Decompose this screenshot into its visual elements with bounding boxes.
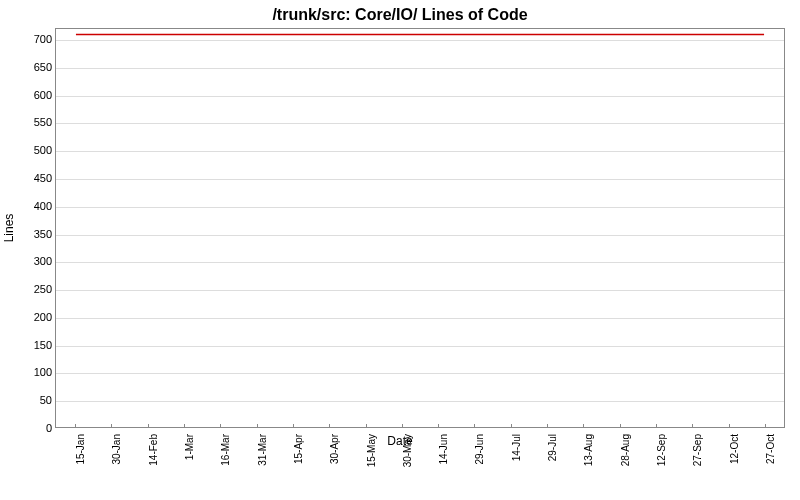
x-tick-mark bbox=[692, 424, 693, 428]
x-tick-mark bbox=[547, 424, 548, 428]
y-tick-label: 250 bbox=[8, 283, 52, 295]
x-tick-mark bbox=[438, 424, 439, 428]
x-tick-mark bbox=[75, 424, 76, 428]
y-tick-label: 600 bbox=[8, 89, 52, 101]
y-tick-label: 400 bbox=[8, 200, 52, 212]
x-tick-mark bbox=[511, 424, 512, 428]
y-tick-label: 50 bbox=[8, 394, 52, 406]
x-tick-mark bbox=[402, 424, 403, 428]
x-tick-mark bbox=[620, 424, 621, 428]
x-tick-mark bbox=[111, 424, 112, 428]
y-tick-label: 350 bbox=[8, 228, 52, 240]
x-tick-mark bbox=[148, 424, 149, 428]
y-tick-label: 650 bbox=[8, 61, 52, 73]
plot-area bbox=[55, 28, 785, 428]
x-tick-mark bbox=[474, 424, 475, 428]
x-tick-mark bbox=[184, 424, 185, 428]
y-tick-label: 300 bbox=[8, 255, 52, 267]
y-tick-label: 450 bbox=[8, 172, 52, 184]
x-tick-mark bbox=[656, 424, 657, 428]
x-tick-mark bbox=[765, 424, 766, 428]
x-tick-mark bbox=[293, 424, 294, 428]
y-tick-label: 200 bbox=[8, 311, 52, 323]
chart-title: /trunk/src: Core/IO/ Lines of Code bbox=[0, 0, 800, 24]
loc-chart: /trunk/src: Core/IO/ Lines of Code Lines… bbox=[0, 0, 800, 500]
x-tick-mark bbox=[329, 424, 330, 428]
y-tick-label: 500 bbox=[8, 144, 52, 156]
y-tick-label: 100 bbox=[8, 366, 52, 378]
x-ticks: 15-Jan30-Jan14-Feb1-Mar16-Mar31-Mar15-Ap… bbox=[55, 428, 785, 488]
y-tick-label: 150 bbox=[8, 339, 52, 351]
x-tick-label: 27-Oct bbox=[765, 434, 800, 464]
x-tick-mark bbox=[583, 424, 584, 428]
x-tick-mark bbox=[257, 424, 258, 428]
x-tick-mark bbox=[729, 424, 730, 428]
x-tick-mark bbox=[220, 424, 221, 428]
y-tick-label: 0 bbox=[8, 422, 52, 434]
x-tick-mark bbox=[366, 424, 367, 428]
y-tick-label: 550 bbox=[8, 116, 52, 128]
series-svg bbox=[56, 29, 784, 427]
y-tick-label: 700 bbox=[8, 33, 52, 45]
